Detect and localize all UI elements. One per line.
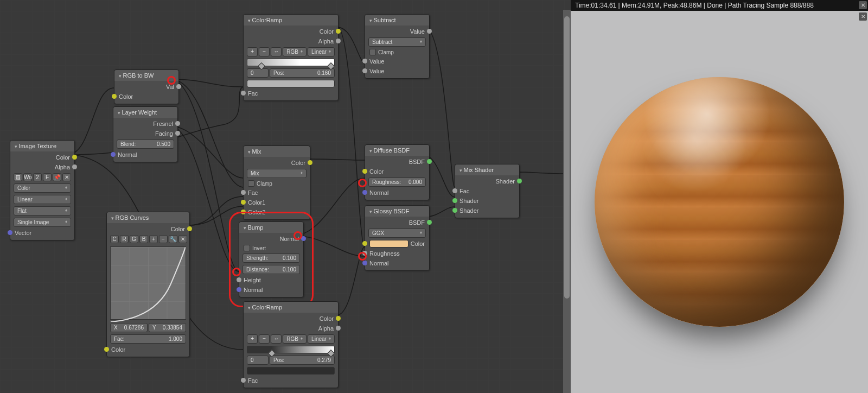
users-btn[interactable]: 2 (33, 173, 42, 181)
node-rgb-to-bw[interactable]: RGB to BW Val Color (114, 69, 179, 104)
node-color-ramp-1[interactable]: ColorRamp Color Alpha + − ↔ RGB Linear 0… (243, 14, 339, 101)
clamp-checkbox[interactable] (369, 49, 376, 55)
socket-out-bsdf[interactable] (427, 159, 432, 164)
remove-stop-icon[interactable]: − (259, 334, 270, 344)
socket-in-height[interactable] (237, 277, 241, 282)
tools-icon[interactable]: 🔧 (169, 235, 177, 243)
stop-pos[interactable]: Pos:0.160 (270, 68, 335, 78)
socket-out-fresnel[interactable] (175, 121, 180, 126)
source-select[interactable]: Single Image (14, 218, 71, 227)
socket-out-shader[interactable] (517, 179, 522, 183)
flip-icon[interactable]: ↔ (271, 47, 282, 56)
ramp-mode-select[interactable]: RGB (283, 334, 307, 344)
stop-index[interactable]: 0 (247, 68, 269, 78)
zoom-out-icon[interactable]: − (159, 235, 168, 243)
node-image-texture[interactable]: Image Texture Color Alpha 🖼 Wo 2 F 📌 ✕ C… (10, 140, 75, 240)
stop-color-swatch[interactable] (247, 367, 335, 375)
clamp-checkbox[interactable] (248, 180, 254, 187)
scrollbar-thumb[interactable] (564, 16, 570, 299)
socket-in-value2[interactable] (362, 68, 367, 73)
socket-in-fac[interactable] (452, 188, 457, 193)
socket-in-fac[interactable] (241, 91, 246, 96)
curve-tab-g[interactable]: G (130, 235, 138, 243)
ramp-interp-select[interactable]: Linear (308, 47, 335, 56)
close-btn[interactable]: ✕ (62, 173, 71, 181)
color-input-swatch[interactable] (369, 240, 409, 248)
socket-in-color[interactable] (112, 94, 117, 99)
dist-select[interactable]: GGX (368, 229, 426, 238)
name-btn[interactable]: Wo (23, 173, 32, 181)
socket-in-color1[interactable] (241, 200, 246, 205)
socket-out-color[interactable] (308, 160, 312, 165)
fake-btn[interactable]: F (43, 173, 52, 181)
strength-field[interactable]: Strength:0.100 (242, 253, 300, 263)
blend-field[interactable]: Blend:0.500 (117, 140, 174, 149)
socket-out-color[interactable] (72, 155, 77, 160)
node-mix[interactable]: Mix Color Mix Clamp Fac Color1 Color2 (243, 145, 310, 220)
stop-color-swatch[interactable] (247, 80, 335, 87)
socket-out-color[interactable] (336, 316, 341, 321)
flip-icon[interactable]: ↔ (271, 334, 282, 344)
socket-out-color[interactable] (187, 226, 192, 231)
socket-in-color[interactable] (104, 347, 109, 352)
node-layer-weight[interactable]: Layer Weight Fresnel Facing Blend:0.500 … (113, 106, 178, 162)
color-ramp-bar[interactable] (247, 346, 335, 353)
socket-in-color2[interactable] (241, 210, 246, 214)
op-select[interactable]: Subtract (368, 37, 426, 47)
socket-in-normal[interactable] (237, 287, 241, 292)
curve-canvas[interactable] (110, 246, 186, 320)
remove-stop-icon[interactable]: − (259, 47, 270, 56)
node-editor[interactable]: Image Texture Color Alpha 🖼 Wo 2 F 📌 ✕ C… (0, 0, 571, 393)
curve-x-field[interactable]: X0.67286 (110, 323, 148, 332)
socket-out-color[interactable] (336, 29, 341, 34)
socket-out-val[interactable] (176, 84, 181, 89)
interp-select[interactable]: Linear (14, 195, 71, 204)
color-ramp-bar[interactable] (247, 59, 335, 66)
stop-index[interactable]: 0 (247, 356, 269, 365)
blend-select[interactable]: Mix (247, 169, 307, 178)
pin-btn[interactable]: 📌 (53, 173, 61, 181)
close-icon[interactable]: ✕ (859, 1, 867, 9)
curve-y-field[interactable]: Y0.33854 (149, 323, 186, 332)
ramp-mode-select[interactable]: RGB (283, 47, 307, 56)
socket-out-bsdf[interactable] (427, 220, 432, 225)
socket-out-alpha[interactable] (72, 164, 77, 169)
socket-in-value1[interactable] (362, 59, 367, 64)
add-stop-icon[interactable]: + (247, 334, 258, 344)
socket-out-facing[interactable] (175, 131, 180, 136)
colorspace-select[interactable]: Color (14, 183, 71, 193)
browse-btn[interactable]: 🖼 (14, 173, 22, 181)
close-curve-icon[interactable]: ✕ (178, 235, 187, 243)
add-stop-icon[interactable]: + (247, 47, 258, 56)
vertical-scrollbar[interactable] (563, 10, 571, 393)
zoom-in-icon[interactable]: + (149, 235, 158, 243)
stop-pos[interactable]: Pos:0.279 (270, 356, 335, 365)
socket-in-normal[interactable] (111, 152, 116, 157)
node-glossy-bsdf[interactable]: Glossy BSDF BSDF GGX Color Roughness Nor… (365, 205, 430, 271)
node-rgb-curves[interactable]: RGB Curves Color C R G B + − 🔧 ✕ X0.67 (106, 212, 190, 357)
socket-in-shader2[interactable] (452, 208, 457, 213)
socket-out-alpha[interactable] (336, 39, 341, 43)
node-diffuse-bsdf[interactable]: Diffuse BSDF BSDF Color Roughness:0.000 … (365, 144, 430, 200)
socket-in-fac[interactable] (241, 190, 246, 195)
socket-in-fac[interactable] (241, 378, 246, 383)
invert-checkbox[interactable] (244, 245, 250, 251)
distance-field[interactable]: Distance:0.100 (242, 265, 300, 274)
curve-tab-c[interactable]: C (110, 235, 119, 243)
node-subtract[interactable]: Subtract Value Subtract Clamp Value Valu… (365, 14, 430, 79)
socket-in-normal[interactable] (362, 261, 367, 265)
socket-in-normal[interactable] (362, 190, 367, 195)
socket-in-vector[interactable] (8, 230, 12, 235)
socket-in-shader1[interactable] (452, 198, 457, 203)
socket-in-color[interactable] (362, 169, 367, 174)
socket-out-alpha[interactable] (336, 326, 341, 331)
fac-field[interactable]: Fac:1.000 (110, 334, 186, 344)
curve-tab-r[interactable]: R (120, 235, 129, 243)
ramp-interp-select[interactable]: Linear (308, 334, 335, 344)
node-color-ramp-2[interactable]: ColorRamp Color Alpha + − ↔ RGB Linear 0… (243, 301, 339, 388)
proj-select[interactable]: Flat (14, 206, 71, 215)
curve-tab-b[interactable]: B (139, 235, 148, 243)
socket-out-value[interactable] (427, 29, 432, 34)
socket-in-color[interactable] (362, 241, 367, 246)
node-mix-shader[interactable]: Mix Shader Shader Fac Shader Shader (455, 164, 520, 218)
